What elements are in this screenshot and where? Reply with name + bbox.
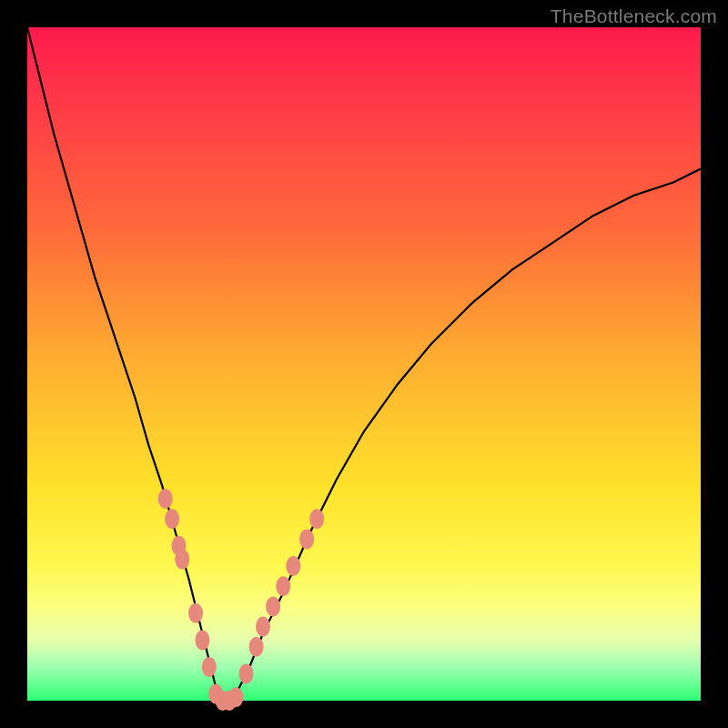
curve-dot xyxy=(188,603,203,623)
curve-dot xyxy=(202,657,217,677)
curve-dot xyxy=(266,596,280,616)
curve-dot xyxy=(286,556,300,576)
watermark-text: TheBottleneck.com xyxy=(551,5,717,27)
curve-dot xyxy=(195,630,209,650)
curve-dot xyxy=(276,576,290,596)
curve-dots xyxy=(158,489,325,711)
curve-dot xyxy=(239,663,254,683)
chart-overlay xyxy=(27,27,701,701)
curve-dot xyxy=(309,509,324,529)
curve-dot xyxy=(228,687,243,707)
curve-dot xyxy=(256,617,270,637)
curve-dot xyxy=(299,529,314,549)
curve-dot xyxy=(165,509,179,529)
curve-dot xyxy=(175,550,189,570)
curve-dot xyxy=(158,489,173,509)
bottleneck-curve xyxy=(27,27,701,701)
chart-frame: TheBottleneck.com xyxy=(0,0,728,728)
curve-dot xyxy=(249,637,264,657)
